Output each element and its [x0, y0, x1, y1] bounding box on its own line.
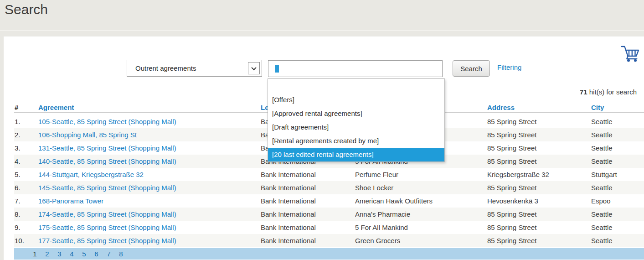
cell-lessor: Bank International: [261, 234, 355, 247]
cell-agreement: 145-Seattle, 85 Spring Street (Shopping …: [38, 181, 261, 194]
cell-address: 85 Spring Street: [487, 141, 591, 155]
cell-lessee: American Hawk Outfitters: [355, 194, 487, 208]
search-category-select[interactable]: Outrent agreements: [127, 60, 262, 77]
cell-city: Seattle: [591, 181, 644, 194]
cell-num: 9.: [14, 221, 38, 234]
column-header[interactable]: Agreement: [38, 103, 261, 112]
agreement-link[interactable]: 131-Seattle, 85 Spring Street (Shopping …: [38, 144, 176, 152]
cell-num: 2.: [14, 128, 38, 141]
agreement-link[interactable]: 105-Seattle, 85 Spring Street (Shopping …: [38, 118, 176, 125]
pagination-page-link[interactable]: 4: [66, 248, 78, 260]
table-row: 5.144-Stuttgart, Kriegsbergstraße 32Bank…: [14, 168, 644, 181]
page-header: Search: [0, 0, 644, 36]
column-header[interactable]: City: [591, 103, 644, 112]
header-divider: [0, 30, 644, 31]
select-dropdown-button[interactable]: [248, 62, 260, 74]
table-row: 9.175-Seattle, 85 Spring Street (Shoppin…: [14, 221, 644, 234]
cell-city: Seattle: [591, 128, 644, 141]
cell-num: 6.: [14, 181, 38, 194]
table-row: 6.145-Seattle, 85 Spring Street (Shoppin…: [14, 181, 644, 194]
cell-num: 5.: [14, 168, 38, 181]
cell-num: 1.: [14, 115, 38, 128]
cell-agreement: 174-Seattle, 85 Spring Street (Shopping …: [38, 208, 261, 221]
cell-address: 85 Spring Street: [487, 221, 591, 234]
hits-count-text: 71 hit(s) for search: [580, 88, 637, 96]
cell-city: Seattle: [591, 221, 644, 234]
agreement-link[interactable]: 106-Shopping Mall, 85 Spring St: [38, 131, 137, 139]
pagination-page-link[interactable]: 6: [90, 248, 103, 260]
cell-address: Hevosenkenkä 3: [487, 194, 591, 208]
suggestion-item-selected[interactable]: [20 last edited rental agreements]: [268, 148, 444, 161]
column-header: #: [14, 103, 38, 112]
cell-agreement: 175-Seattle, 85 Spring Street (Shopping …: [38, 221, 261, 234]
cell-city: Seattle: [591, 141, 644, 155]
cell-lessor: Bank International: [261, 221, 355, 234]
cell-lessor: Bank International: [261, 181, 355, 194]
column-header[interactable]: Address: [487, 103, 591, 112]
cell-lessee: Perfume Fleur: [355, 168, 487, 181]
search-input[interactable]: [268, 60, 443, 77]
cell-agreement: 105-Seattle, 85 Spring Street (Shopping …: [38, 115, 261, 128]
agreement-link[interactable]: 175-Seattle, 85 Spring Street (Shopping …: [38, 224, 176, 231]
pagination-bar: 12345678: [14, 248, 644, 260]
table-row: 10.177-Seattle, 85 Spring Street (Shoppi…: [14, 234, 644, 247]
search-category-value: Outrent agreements: [135, 64, 196, 72]
agreement-link[interactable]: 177-Seattle, 85 Spring Street (Shopping …: [38, 237, 176, 244]
cell-lessee: Anna's Pharmacie: [355, 208, 487, 221]
cell-num: 7.: [14, 194, 38, 208]
hits-count: 71: [580, 88, 587, 96]
cell-lessee: Green Grocers: [355, 234, 487, 247]
cell-city: Seattle: [591, 234, 644, 247]
cell-lessor: Bank International: [261, 168, 355, 181]
cell-city: Seattle: [591, 115, 644, 128]
cell-lessor: Bank International: [261, 208, 355, 221]
shopping-cart-icon[interactable]: [621, 45, 641, 63]
content-panel: Outrent agreements Search Filtering 71 h…: [4, 36, 644, 260]
cell-city: Espoo: [591, 194, 644, 208]
table-row: 8.174-Seattle, 85 Spring Street (Shoppin…: [14, 208, 644, 221]
text-caret: [275, 65, 279, 73]
pagination-page-link[interactable]: 8: [115, 248, 127, 260]
cell-num: 8.: [14, 208, 38, 221]
cell-agreement: 140-Seattle, 85 Spring Street (Shopping …: [38, 155, 261, 168]
cell-address: Kriegsbergstraße 32: [487, 168, 591, 181]
cell-address: 85 Spring Street: [487, 234, 591, 247]
pagination-page-link[interactable]: 5: [78, 248, 90, 260]
cell-agreement: 131-Seattle, 85 Spring Street (Shopping …: [38, 141, 261, 155]
cell-num: 3.: [14, 141, 38, 155]
suggestion-item[interactable]: [Draft agreements]: [268, 120, 444, 134]
cell-city: Stuttgart: [591, 168, 644, 181]
pagination-current-page: 1: [29, 248, 41, 260]
search-suggestions-dropdown: [Offers][Approved rental agreements][Dra…: [268, 78, 445, 162]
cell-agreement: 168-Panorama Tower: [38, 194, 261, 208]
cell-lessee: 5 For All Mankind: [355, 221, 487, 234]
cell-address: 85 Spring Street: [487, 208, 591, 221]
agreement-link[interactable]: 174-Seattle, 85 Spring Street (Shopping …: [38, 210, 176, 218]
cell-lessor: Bank International: [261, 194, 355, 208]
agreement-link[interactable]: 144-Stuttgart, Kriegsbergstraße 32: [38, 171, 144, 178]
cell-num: 4.: [14, 155, 38, 168]
filtering-link[interactable]: Filtering: [497, 63, 521, 71]
hits-suffix: hit(s) for search: [587, 88, 637, 96]
agreement-link[interactable]: 145-Seattle, 85 Spring Street (Shopping …: [38, 184, 176, 192]
agreement-link[interactable]: 140-Seattle, 85 Spring Street (Shopping …: [38, 157, 176, 165]
suggestion-item[interactable]: [Offers]: [268, 93, 444, 107]
agreement-link[interactable]: 168-Panorama Tower: [38, 197, 103, 205]
suggestion-item[interactable]: [Approved rental agreements]: [268, 107, 444, 120]
cell-address: 85 Spring Street: [487, 181, 591, 194]
suggestion-item[interactable]: [Rental agreements created by me]: [268, 134, 444, 148]
cell-agreement: 177-Seattle, 85 Spring Street (Shopping …: [38, 234, 261, 247]
pagination-page-link[interactable]: 7: [103, 248, 115, 260]
cell-agreement: 106-Shopping Mall, 85 Spring St: [38, 128, 261, 141]
cell-lessee: Shoe Locker: [355, 181, 487, 194]
cell-city: Seattle: [591, 155, 644, 168]
cell-agreement: 144-Stuttgart, Kriegsbergstraße 32: [38, 168, 261, 181]
cell-city: Seattle: [591, 208, 644, 221]
cell-address: 85 Spring Street: [487, 128, 591, 141]
cell-num: 10.: [14, 234, 38, 247]
table-row: 7.168-Panorama TowerBank InternationalAm…: [14, 194, 644, 208]
chevron-down-icon: [251, 65, 256, 70]
pagination-page-link[interactable]: 2: [41, 248, 53, 260]
pagination-page-link[interactable]: 3: [53, 248, 66, 260]
search-button[interactable]: Search: [453, 60, 490, 77]
